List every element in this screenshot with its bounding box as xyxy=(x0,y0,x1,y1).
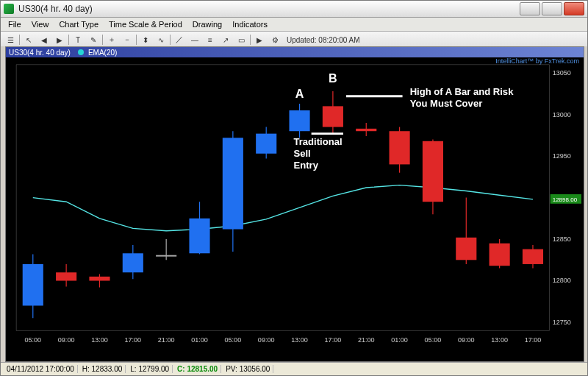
svg-rect-51 xyxy=(423,141,443,202)
svg-rect-41 xyxy=(256,134,276,154)
toolbar-zoom-out-icon[interactable]: － xyxy=(121,33,134,46)
svg-text:12850: 12850 xyxy=(553,235,571,243)
svg-text:13050: 13050 xyxy=(553,69,571,77)
menu-view[interactable]: View xyxy=(27,19,54,29)
svg-text:13000: 13000 xyxy=(553,111,571,118)
status-prev: PV: 13056.00 xyxy=(223,365,273,373)
svg-text:21:00: 21:00 xyxy=(158,336,175,344)
toolbar-erase-icon[interactable]: ✎ xyxy=(87,33,100,46)
toolbar-rect-icon[interactable]: ▭ xyxy=(234,33,248,46)
svg-text:12950: 12950 xyxy=(553,152,571,160)
svg-text:12800: 12800 xyxy=(553,277,571,285)
toolbar-line-icon[interactable]: ／ xyxy=(173,33,186,46)
toolbar-open-icon[interactable]: ☰ xyxy=(4,33,17,46)
toolbar-hline-icon[interactable]: — xyxy=(188,33,201,46)
toolbar-back-icon[interactable]: ◀ xyxy=(37,33,51,46)
toolbar-line-chart-icon[interactable]: ∿ xyxy=(154,33,168,46)
status-low: L: 12799.00 xyxy=(127,365,173,373)
toolbar-candle-icon[interactable]: ⬍ xyxy=(139,33,152,46)
toolbar-fib-icon[interactable]: ≡ xyxy=(204,33,217,46)
svg-text:12750: 12750 xyxy=(553,319,571,326)
menu-time-scale[interactable]: Time Scale & Period xyxy=(104,19,187,29)
svg-text:09:00: 09:00 xyxy=(58,336,75,344)
svg-text:12898.00: 12898.00 xyxy=(553,196,578,203)
status-bar: 04/11/2012 17:00:00 H: 12833.00 L: 12799… xyxy=(1,362,587,375)
status-close: C: 12815.00 xyxy=(174,365,221,373)
toolbar-arrow-icon[interactable]: ↗ xyxy=(219,33,232,46)
menu-file[interactable]: File xyxy=(4,19,26,29)
toolbar-text-icon[interactable]: T xyxy=(71,33,85,46)
menu-indicators[interactable]: Indicators xyxy=(228,19,272,29)
chart-window: US30(4 hr. 40 day) EMA(20) IntelliChart™… xyxy=(5,46,584,362)
window-title: US30(4 hr. 40 day) xyxy=(18,4,520,14)
svg-rect-45 xyxy=(323,106,343,127)
menu-drawing[interactable]: Drawing xyxy=(188,19,226,29)
status-high: H: 12833.00 xyxy=(79,365,126,373)
menu-bar: File View Chart Type Time Scale & Period… xyxy=(1,18,587,32)
svg-rect-49 xyxy=(390,131,410,164)
chart-symbol-label: US30(4 hr. 40 day) xyxy=(9,49,71,57)
chart-plot-area[interactable]: 1305013000129501290012850128001275012898… xyxy=(6,57,584,348)
svg-text:05:00: 05:00 xyxy=(425,336,442,344)
svg-text:A: A xyxy=(295,88,304,100)
svg-text:13:00: 13:00 xyxy=(491,336,508,344)
svg-text:05:00: 05:00 xyxy=(24,336,41,344)
svg-text:High of A Bar and Risk: High of A Bar and Risk xyxy=(410,86,514,97)
app-icon xyxy=(4,4,14,14)
svg-text:17:00: 17:00 xyxy=(525,336,542,344)
toolbar-settings-icon[interactable]: ⚙ xyxy=(268,33,282,46)
svg-rect-33 xyxy=(123,253,143,272)
maximize-button[interactable] xyxy=(542,2,562,15)
menu-chart-type[interactable]: Chart Type xyxy=(54,19,103,29)
svg-text:09:00: 09:00 xyxy=(258,336,275,344)
app-window: US30(4 hr. 40 day) File View Chart Type … xyxy=(0,0,588,376)
svg-text:01:00: 01:00 xyxy=(191,336,208,344)
svg-text:05:00: 05:00 xyxy=(225,336,242,344)
toolbar-fwd-icon[interactable]: ▶ xyxy=(53,33,66,46)
status-datetime: 04/11/2012 17:00:00 xyxy=(4,365,78,373)
svg-text:17:00: 17:00 xyxy=(325,336,342,344)
indicator-label: EMA(20) xyxy=(88,49,117,57)
svg-rect-27 xyxy=(23,264,43,305)
minimize-button[interactable] xyxy=(520,2,540,15)
svg-rect-55 xyxy=(490,244,510,266)
svg-text:Entry: Entry xyxy=(293,160,318,171)
toolbar-zoom-in-icon[interactable]: ＋ xyxy=(105,33,118,46)
toolbar-updated-label: Updated: 08:20:00 AM xyxy=(287,36,360,44)
svg-rect-53 xyxy=(456,238,476,260)
toolbar-pointer-icon[interactable]: ↖ xyxy=(22,33,35,46)
svg-text:You Must Cover: You Must Cover xyxy=(410,98,483,109)
close-button[interactable] xyxy=(564,2,584,15)
svg-rect-43 xyxy=(289,110,309,131)
svg-text:09:00: 09:00 xyxy=(458,336,475,344)
svg-rect-31 xyxy=(89,277,110,281)
svg-rect-47 xyxy=(356,129,376,131)
svg-text:B: B xyxy=(329,72,337,85)
svg-rect-29 xyxy=(56,272,76,280)
svg-rect-37 xyxy=(189,219,209,253)
svg-text:13:00: 13:00 xyxy=(291,336,308,344)
svg-text:21:00: 21:00 xyxy=(358,336,375,344)
svg-rect-57 xyxy=(523,249,543,264)
indicator-color-swatch xyxy=(78,49,84,55)
chart-window-titlebar: US30(4 hr. 40 day) EMA(20) xyxy=(6,47,584,57)
svg-text:13:00: 13:00 xyxy=(91,336,108,344)
svg-text:01:00: 01:00 xyxy=(391,336,408,344)
title-bar: US30(4 hr. 40 day) xyxy=(1,1,587,18)
toolbar-play-icon[interactable]: ▶ xyxy=(253,33,266,46)
svg-rect-39 xyxy=(223,138,243,229)
svg-text:Sell: Sell xyxy=(293,148,310,159)
svg-text:17:00: 17:00 xyxy=(124,336,141,344)
svg-text:Traditional: Traditional xyxy=(293,137,342,148)
